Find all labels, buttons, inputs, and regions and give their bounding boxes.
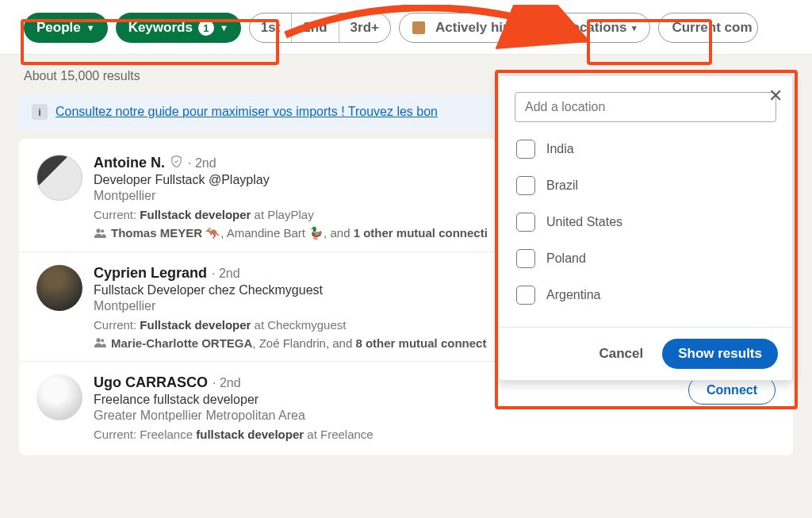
degree: · 2nd: [212, 267, 240, 281]
current-company-filter[interactable]: Current com: [658, 13, 757, 43]
info-link[interactable]: Consultez notre guide pour maximiser vos…: [56, 105, 438, 119]
keywords-count-badge: 1: [198, 20, 214, 36]
briefcase-icon: [412, 21, 425, 34]
svg-point-3: [101, 339, 104, 342]
show-results-button[interactable]: Show results: [662, 339, 778, 369]
info-icon: i: [32, 104, 48, 120]
option-label: Argentina: [546, 288, 601, 302]
degree: · 2nd: [213, 376, 241, 390]
keywords-filter[interactable]: Keywords 1 ▼: [116, 13, 241, 43]
option-label: United States: [546, 215, 622, 229]
keywords-label: Keywords: [128, 20, 193, 36]
cancel-button[interactable]: Cancel: [592, 341, 649, 366]
current-company-label: Current com: [672, 20, 752, 36]
checkbox[interactable]: [516, 213, 535, 232]
caret-down-icon: ▼: [220, 23, 228, 33]
location-option[interactable]: Argentina: [516, 286, 775, 305]
checkbox[interactable]: [516, 176, 535, 195]
people-filter[interactable]: People ▼: [24, 13, 108, 43]
location: Greater Montpellier Metropolitan Area: [94, 409, 776, 423]
verified-shield-icon: [170, 155, 183, 171]
checkbox[interactable]: [516, 249, 535, 268]
location-option[interactable]: Brazil: [516, 176, 775, 195]
checkbox[interactable]: [516, 140, 535, 159]
locations-label: Locations: [563, 20, 626, 36]
degree: · 2nd: [188, 156, 216, 171]
svg-point-2: [96, 338, 100, 342]
person-name[interactable]: Ugo CARRASCO: [94, 374, 208, 391]
person-name[interactable]: Cyprien Legrand: [94, 265, 207, 282]
avatar[interactable]: [36, 155, 82, 201]
current-position: Current: Freelance fullstack developer a…: [94, 428, 776, 441]
locations-popover: ✕ India Brazil United States Poland Arge…: [498, 75, 793, 381]
avatar[interactable]: [36, 265, 82, 311]
filter-bar: People ▼ Keywords 1 ▼ 1st 2nd 3rd+ Activ…: [0, 0, 812, 55]
option-label: India: [546, 142, 574, 156]
level-1st[interactable]: 1st: [250, 13, 292, 42]
close-button[interactable]: ✕: [765, 82, 786, 109]
person-name[interactable]: Antoine N.: [94, 155, 165, 171]
location-search-input[interactable]: [515, 92, 776, 122]
level-3rd[interactable]: 3rd+: [339, 13, 390, 42]
people-icon: [94, 336, 106, 350]
connection-level-segmented: 1st 2nd 3rd+: [249, 13, 391, 43]
avatar[interactable]: [36, 374, 82, 420]
locations-filter[interactable]: Locations ▾: [550, 13, 650, 43]
people-label: People: [36, 20, 81, 36]
option-label: Brazil: [546, 178, 578, 193]
svg-point-1: [101, 229, 104, 232]
caret-down-icon: ▾: [632, 23, 637, 33]
location-option[interactable]: Poland: [516, 249, 775, 268]
close-icon: ✕: [768, 86, 783, 106]
svg-point-0: [96, 228, 100, 232]
caret-down-icon: ▼: [86, 23, 95, 33]
option-label: Poland: [546, 251, 586, 266]
checkbox[interactable]: [516, 286, 535, 305]
people-icon: [94, 227, 106, 240]
location-option[interactable]: India: [516, 140, 775, 159]
hiring-label: Actively hiring: [435, 20, 528, 36]
actively-hiring-filter[interactable]: Actively hiring: [399, 13, 542, 43]
location-option[interactable]: United States: [516, 213, 775, 232]
headline: Freelance fullstack developer: [94, 393, 776, 407]
level-2nd[interactable]: 2nd: [291, 13, 338, 42]
